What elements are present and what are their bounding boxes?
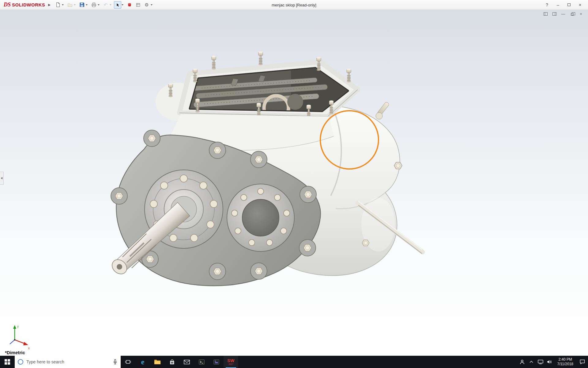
toolbar-group-properties — [134, 1, 142, 9]
pinned-apps: e SW 2017 — [121, 356, 238, 368]
new-dropdown-caret[interactable] — [62, 4, 64, 6]
doc-close-button[interactable]: × — [578, 11, 584, 16]
doc-minimize-button[interactable]: — — [560, 11, 566, 16]
toolbar-group-open — [66, 1, 77, 9]
housing-bolt — [362, 240, 369, 246]
select-dropdown-caret[interactable] — [122, 4, 123, 6]
edge-icon: e — [141, 358, 145, 366]
store-button[interactable] — [165, 356, 179, 368]
doc-restore-button[interactable] — [569, 11, 575, 16]
volume-icon — [547, 360, 552, 364]
graphics-viewport[interactable]: — × — [0, 10, 588, 356]
print-icon — [91, 2, 96, 7]
notification-icon — [580, 359, 585, 364]
close-button[interactable]: × — [575, 1, 586, 9]
toolbar-group-options: ⚙ — [143, 1, 154, 9]
orientation-triad: y x — [10, 325, 30, 350]
feature-manager-collapse-tab[interactable] — [0, 172, 4, 185]
new-document-icon — [55, 2, 61, 7]
red-component-icon — [127, 2, 132, 7]
show-left-pane-button[interactable] — [543, 11, 548, 16]
red-component-button[interactable] — [126, 1, 133, 9]
console-button[interactable] — [194, 356, 209, 368]
mail-icon — [184, 360, 190, 364]
document-window-controls: — × — [543, 11, 584, 16]
print-button[interactable] — [90, 1, 97, 9]
file-properties-icon — [136, 2, 141, 7]
photos-button[interactable] — [209, 356, 224, 368]
clock-time: 2:40 PM — [558, 357, 572, 362]
toolbar-group-print — [90, 1, 101, 9]
action-center-button[interactable] — [576, 356, 588, 368]
task-view-button[interactable] — [121, 356, 135, 368]
view-orientation-label: *Dimetric — [5, 350, 25, 355]
help-button[interactable]: ? — [541, 1, 552, 9]
windows-taskbar: e SW 2017 — [0, 356, 588, 368]
ds-logo-glyph: DS — [4, 2, 11, 8]
windows-logo-icon — [5, 359, 10, 365]
people-button[interactable] — [518, 356, 527, 368]
doc-restore-icon — [571, 13, 574, 16]
people-icon — [519, 359, 525, 365]
start-button[interactable] — [0, 356, 15, 368]
toolbar-group-component — [126, 1, 133, 9]
clock-date: 7/11/2018 — [557, 362, 574, 366]
save-icon — [79, 2, 85, 7]
undo-dropdown-caret[interactable] — [110, 4, 111, 6]
maximize-icon — [567, 3, 571, 6]
open-button[interactable] — [66, 1, 74, 9]
undo-button[interactable]: ↶ — [102, 1, 109, 9]
open-dropdown-caret[interactable] — [74, 4, 76, 6]
options-button[interactable]: ⚙ — [143, 1, 150, 9]
chevron-up-icon — [530, 361, 533, 363]
undo-icon: ↶ — [104, 2, 108, 8]
microphone-icon[interactable] — [113, 359, 118, 365]
left-pane-icon — [544, 12, 548, 16]
triad-x-label: x — [28, 347, 30, 350]
menu-flyout-icon[interactable]: ▶ — [47, 3, 54, 6]
console-icon — [199, 359, 205, 365]
minimize-button[interactable]: – — [552, 1, 564, 9]
show-hidden-icons-button[interactable] — [527, 356, 536, 368]
select-tool-button[interactable] — [114, 1, 121, 9]
volume-button[interactable] — [545, 356, 554, 368]
store-icon — [169, 359, 175, 365]
cortana-icon — [18, 359, 23, 365]
toolbar-group-new — [54, 1, 65, 9]
task-view-icon — [125, 359, 131, 365]
solidworks-logo[interactable]: DS SOLIDWORKS — [0, 2, 47, 8]
mail-button[interactable] — [179, 356, 194, 368]
gear-icon: ⚙ — [145, 2, 149, 8]
file-explorer-icon — [154, 359, 161, 365]
maximize-button[interactable] — [564, 1, 575, 9]
select-cursor-icon — [115, 2, 120, 7]
housing-bolt — [394, 162, 402, 169]
print-dropdown-caret[interactable] — [98, 4, 100, 6]
open-icon — [67, 2, 73, 7]
collapse-arrow-icon — [1, 177, 2, 179]
solidworks-app-icon: SW 2017 — [227, 358, 235, 365]
search-input[interactable] — [26, 359, 110, 364]
network-button[interactable] — [536, 356, 545, 368]
taskbar-clock[interactable]: 2:40 PM 7/11/2018 — [554, 357, 577, 366]
options-dropdown-caret[interactable] — [151, 4, 153, 6]
save-button[interactable] — [78, 1, 85, 9]
gearbox-model[interactable] — [109, 52, 423, 286]
model-canvas[interactable]: y x — [0, 10, 588, 356]
taskbar-search[interactable] — [15, 356, 121, 368]
show-right-pane-button[interactable] — [552, 11, 557, 16]
file-explorer-button[interactable] — [150, 356, 165, 368]
title-bar: DS SOLIDWORKS ▶ ↶ — [0, 0, 588, 10]
bearing-cover — [227, 184, 294, 251]
toolbar-group-undo: ↶ — [102, 1, 113, 9]
system-tray: 2:40 PM 7/11/2018 — [518, 356, 588, 368]
window-title: menjac sklop [Read-only] — [272, 3, 316, 7]
photos-icon — [213, 359, 219, 365]
file-properties-button[interactable] — [134, 1, 142, 9]
save-dropdown-caret[interactable] — [86, 4, 88, 6]
solidworks-taskbar-button[interactable]: SW 2017 — [224, 356, 238, 368]
edge-button[interactable]: e — [135, 356, 150, 368]
toolbar-group-save — [78, 1, 89, 9]
new-document-button[interactable] — [54, 1, 62, 9]
toolbar-group-select — [114, 1, 125, 9]
